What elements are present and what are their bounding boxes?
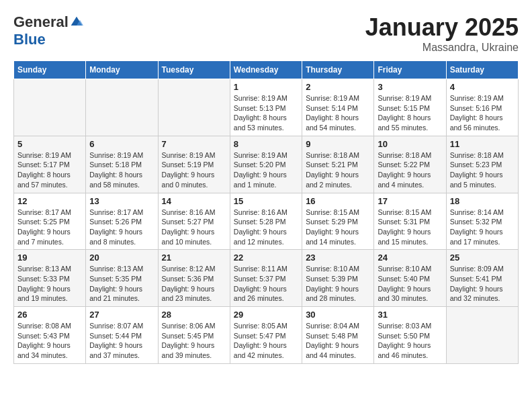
calendar-cell: 19Sunrise: 8:13 AM Sunset: 5:33 PM Dayli…	[14, 250, 86, 307]
calendar-cell: 21Sunrise: 8:12 AM Sunset: 5:36 PM Dayli…	[158, 250, 230, 307]
day-number: 5	[17, 139, 82, 149]
day-info: Sunrise: 8:14 AM Sunset: 5:32 PM Dayligh…	[450, 208, 515, 247]
calendar-cell: 20Sunrise: 8:13 AM Sunset: 5:35 PM Dayli…	[86, 250, 158, 307]
day-info: Sunrise: 8:12 AM Sunset: 5:36 PM Dayligh…	[162, 264, 226, 304]
day-info: Sunrise: 8:08 AM Sunset: 5:43 PM Dayligh…	[17, 321, 82, 361]
day-info: Sunrise: 8:18 AM Sunset: 5:21 PM Dayligh…	[306, 150, 370, 190]
calendar-cell: 28Sunrise: 8:06 AM Sunset: 5:45 PM Dayli…	[158, 307, 230, 364]
calendar-cell: 15Sunrise: 8:16 AM Sunset: 5:28 PM Dayli…	[230, 193, 302, 250]
day-info: Sunrise: 8:18 AM Sunset: 5:22 PM Dayligh…	[378, 150, 442, 190]
day-number: 29	[234, 310, 298, 320]
calendar-week-row: 5Sunrise: 8:19 AM Sunset: 5:17 PM Daylig…	[14, 136, 519, 193]
day-number: 8	[234, 139, 298, 149]
day-info: Sunrise: 8:04 AM Sunset: 5:48 PM Dayligh…	[306, 321, 370, 361]
day-number: 30	[306, 310, 370, 320]
calendar-table: SundayMondayTuesdayWednesdayThursdayFrid…	[13, 60, 519, 364]
day-number: 24	[378, 253, 442, 263]
calendar-cell: 1Sunrise: 8:19 AM Sunset: 5:13 PM Daylig…	[230, 79, 302, 136]
calendar-cell: 30Sunrise: 8:04 AM Sunset: 5:48 PM Dayli…	[302, 307, 374, 364]
calendar-week-row: 12Sunrise: 8:17 AM Sunset: 5:25 PM Dayli…	[14, 193, 519, 250]
calendar-cell: 16Sunrise: 8:15 AM Sunset: 5:29 PM Dayli…	[302, 193, 374, 250]
day-number: 19	[17, 253, 82, 263]
day-number: 4	[450, 82, 515, 92]
calendar-cell: 6Sunrise: 8:19 AM Sunset: 5:18 PM Daylig…	[86, 136, 158, 193]
day-number: 18	[450, 196, 515, 206]
calendar-cell: 27Sunrise: 8:07 AM Sunset: 5:44 PM Dayli…	[86, 307, 158, 364]
day-info: Sunrise: 8:05 AM Sunset: 5:47 PM Dayligh…	[234, 321, 298, 361]
calendar-cell: 13Sunrise: 8:17 AM Sunset: 5:26 PM Dayli…	[86, 193, 158, 250]
calendar-header-row: SundayMondayTuesdayWednesdayThursdayFrid…	[14, 61, 519, 79]
day-number: 27	[89, 310, 154, 320]
day-info: Sunrise: 8:09 AM Sunset: 5:41 PM Dayligh…	[450, 264, 515, 304]
calendar-cell: 18Sunrise: 8:14 AM Sunset: 5:32 PM Dayli…	[446, 193, 518, 250]
day-info: Sunrise: 8:19 AM Sunset: 5:16 PM Dayligh…	[450, 93, 515, 133]
calendar-cell: 23Sunrise: 8:10 AM Sunset: 5:39 PM Dayli…	[302, 250, 374, 307]
day-number: 9	[306, 139, 370, 149]
calendar-cell: 24Sunrise: 8:10 AM Sunset: 5:40 PM Dayli…	[374, 250, 446, 307]
weekday-header: Thursday	[302, 61, 374, 79]
weekday-header: Friday	[374, 61, 446, 79]
day-number: 15	[234, 196, 298, 206]
day-info: Sunrise: 8:19 AM Sunset: 5:13 PM Dayligh…	[234, 93, 298, 133]
location-subtitle: Massandra, Ukraine	[365, 42, 519, 54]
day-info: Sunrise: 8:16 AM Sunset: 5:28 PM Dayligh…	[234, 208, 298, 247]
day-number: 25	[450, 253, 515, 263]
weekday-header: Tuesday	[158, 61, 230, 79]
day-number: 21	[162, 253, 226, 263]
weekday-header: Saturday	[446, 61, 518, 79]
day-info: Sunrise: 8:03 AM Sunset: 5:50 PM Dayligh…	[378, 321, 442, 361]
day-number: 13	[89, 196, 154, 206]
day-number: 14	[162, 196, 226, 206]
calendar-cell	[446, 307, 518, 364]
logo-blue-text: Blue	[13, 31, 46, 48]
calendar-cell: 29Sunrise: 8:05 AM Sunset: 5:47 PM Dayli…	[230, 307, 302, 364]
calendar-week-row: 26Sunrise: 8:08 AM Sunset: 5:43 PM Dayli…	[14, 307, 519, 364]
day-number: 3	[378, 82, 442, 92]
day-info: Sunrise: 8:10 AM Sunset: 5:40 PM Dayligh…	[378, 264, 442, 304]
calendar-cell	[158, 79, 230, 136]
day-number: 28	[162, 310, 226, 320]
calendar-cell: 2Sunrise: 8:19 AM Sunset: 5:14 PM Daylig…	[302, 79, 374, 136]
day-number: 20	[89, 253, 154, 263]
page-header: General Blue January 2025 Massandra, Ukr…	[13, 13, 519, 54]
day-number: 26	[17, 310, 82, 320]
calendar-week-row: 19Sunrise: 8:13 AM Sunset: 5:33 PM Dayli…	[14, 250, 519, 307]
day-number: 12	[17, 196, 82, 206]
day-info: Sunrise: 8:10 AM Sunset: 5:39 PM Dayligh…	[306, 264, 370, 304]
title-section: January 2025 Massandra, Ukraine	[365, 13, 519, 54]
day-info: Sunrise: 8:19 AM Sunset: 5:19 PM Dayligh…	[162, 150, 226, 190]
weekday-header: Sunday	[14, 61, 86, 79]
month-title: January 2025	[365, 13, 519, 42]
day-info: Sunrise: 8:18 AM Sunset: 5:23 PM Dayligh…	[450, 150, 515, 190]
calendar-cell: 26Sunrise: 8:08 AM Sunset: 5:43 PM Dayli…	[14, 307, 86, 364]
day-number: 17	[378, 196, 442, 206]
calendar-cell: 5Sunrise: 8:19 AM Sunset: 5:17 PM Daylig…	[14, 136, 86, 193]
calendar-cell	[14, 79, 86, 136]
day-info: Sunrise: 8:17 AM Sunset: 5:26 PM Dayligh…	[89, 208, 154, 247]
day-info: Sunrise: 8:17 AM Sunset: 5:25 PM Dayligh…	[17, 208, 82, 247]
day-number: 11	[450, 139, 515, 149]
day-number: 22	[234, 253, 298, 263]
day-number: 16	[306, 196, 370, 206]
day-number: 6	[89, 139, 154, 149]
logo-icon	[70, 15, 83, 29]
weekday-header: Monday	[86, 61, 158, 79]
calendar-cell: 3Sunrise: 8:19 AM Sunset: 5:15 PM Daylig…	[374, 79, 446, 136]
calendar-cell: 17Sunrise: 8:15 AM Sunset: 5:31 PM Dayli…	[374, 193, 446, 250]
day-info: Sunrise: 8:06 AM Sunset: 5:45 PM Dayligh…	[162, 321, 226, 361]
calendar-cell: 10Sunrise: 8:18 AM Sunset: 5:22 PM Dayli…	[374, 136, 446, 193]
day-info: Sunrise: 8:19 AM Sunset: 5:18 PM Dayligh…	[89, 150, 154, 190]
day-info: Sunrise: 8:07 AM Sunset: 5:44 PM Dayligh…	[89, 321, 154, 361]
day-info: Sunrise: 8:16 AM Sunset: 5:27 PM Dayligh…	[162, 208, 226, 247]
day-number: 10	[378, 139, 442, 149]
day-info: Sunrise: 8:19 AM Sunset: 5:17 PM Dayligh…	[17, 150, 82, 190]
calendar-cell	[86, 79, 158, 136]
day-info: Sunrise: 8:15 AM Sunset: 5:29 PM Dayligh…	[306, 208, 370, 247]
day-number: 31	[378, 310, 442, 320]
calendar-cell: 7Sunrise: 8:19 AM Sunset: 5:19 PM Daylig…	[158, 136, 230, 193]
calendar-cell: 11Sunrise: 8:18 AM Sunset: 5:23 PM Dayli…	[446, 136, 518, 193]
day-number: 2	[306, 82, 370, 92]
day-info: Sunrise: 8:11 AM Sunset: 5:37 PM Dayligh…	[234, 264, 298, 304]
calendar-cell: 31Sunrise: 8:03 AM Sunset: 5:50 PM Dayli…	[374, 307, 446, 364]
day-info: Sunrise: 8:19 AM Sunset: 5:14 PM Dayligh…	[306, 93, 370, 133]
